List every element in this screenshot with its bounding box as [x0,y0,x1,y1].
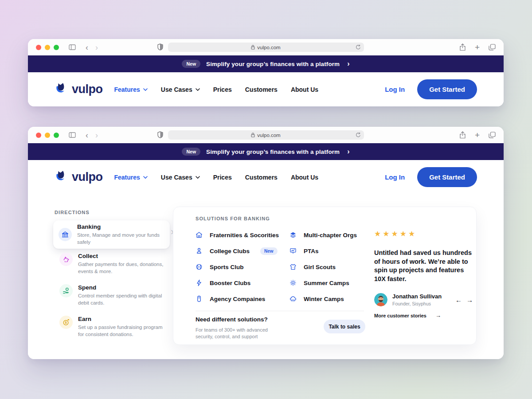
divider [196,311,364,311]
back-button[interactable]: ‹ [86,131,88,139]
nav-links: Features Use Cases Prices Customers Abou… [114,174,319,181]
solution-item-multi-chapter-orgs[interactable]: Multi-chapter Orgs [289,230,357,240]
solution-item-summer-camps[interactable]: Summer Camps [289,278,349,288]
talk-to-sales-button[interactable]: Talk to sales [324,320,365,333]
chevron-down-icon [196,88,200,91]
nav-link-use-cases[interactable]: Use Cases [161,86,200,93]
directions-item-earn[interactable]: $ Earn Set up a passive fundraising prog… [59,316,171,338]
reload-icon[interactable] [356,132,361,138]
mouse-icon [195,295,203,303]
window-controls [36,133,59,138]
prev-arrow-icon[interactable]: ← [455,296,462,304]
star-icon: ★ [374,230,383,238]
nav-link-customers[interactable]: Customers [245,86,278,93]
minimize-window-button[interactable] [45,45,50,50]
shirt-icon [289,263,297,271]
banner-new-badge: New [182,148,200,156]
forward-button[interactable]: › [95,131,98,139]
privacy-shield-icon[interactable] [157,131,163,138]
solution-item-college-clubs[interactable]: College Clubs New [195,246,278,256]
solution-item-sports-club[interactable]: Sports Club [195,262,244,272]
share-icon[interactable] [459,131,466,139]
nav-link-about-us[interactable]: About Us [291,86,318,93]
fox-logo-icon [55,170,68,184]
log-in-link[interactable]: Log In [385,173,405,181]
minimize-window-button[interactable] [45,133,50,138]
nav-links: Features Use Cases Prices Customers Abou… [114,86,319,93]
author-role: Founder, Sisyphus [392,301,442,306]
logo-wordmark: vulpo [72,170,103,184]
solution-item-agency-companies[interactable]: Agency Compaines [195,294,265,304]
solution-item-fraternities[interactable]: Fraternities & Socorities [195,230,279,240]
nav-link-features[interactable]: Features [114,86,148,93]
solutions-footer-subtitle: For teams of 300+ with advanced security… [196,327,284,340]
site-header: vulpo Features Use Cases Prices Customer… [28,72,504,106]
announcement-banner[interactable]: New Simplify your group’s finances with … [28,143,504,160]
privacy-shield-icon[interactable] [157,43,163,51]
direction-title: Spend [78,284,167,291]
url-text: vulpo.com [257,45,280,50]
vulpo-logo[interactable]: vulpo [55,170,103,184]
vulpo-logo[interactable]: vulpo [55,82,103,96]
direction-description: Gather payments for dues, donations, eve… [78,261,167,275]
nav-link-about-us[interactable]: About Us [291,174,318,181]
solutions-footer-title: Need different solutions? [196,316,268,323]
close-window-button[interactable] [36,133,41,138]
piggy-bank-icon [59,253,73,266]
solution-item-girl-scouts[interactable]: Girl Scouts [289,262,336,272]
logo-wordmark: vulpo [72,82,103,96]
reload-icon[interactable] [356,44,361,50]
back-button[interactable]: ‹ [86,43,88,51]
share-icon[interactable] [459,43,466,51]
address-bar[interactable]: vulpo.com [168,130,364,140]
direction-description: Set up a passive fundraising program for… [78,324,167,338]
direction-title: Banking [77,223,166,230]
chevron-down-icon [143,176,148,179]
nav-link-prices[interactable]: Prices [213,86,232,93]
directions-item-banking[interactable]: Banking Store, Manage and move your fund… [53,220,170,249]
browser-window-expanded: ‹ › vulpo.com + New Simplify your group’… [28,127,504,359]
solution-item-winter-camps[interactable]: Winter Camps [289,294,344,304]
nav-link-prices[interactable]: Prices [213,174,232,181]
new-tab-icon[interactable]: + [475,43,480,51]
forward-button[interactable]: › [95,43,98,51]
directions-item-collect[interactable]: Collect Gather payments for dues, donati… [59,253,171,275]
chevron-down-icon [196,176,200,179]
house-icon [195,231,203,239]
features-mega-menu: DIRECTIONS Banking Store, Manage and mov… [28,194,504,359]
star-icon: ★ [391,230,400,238]
address-bar[interactable]: vulpo.com [168,43,364,52]
log-in-link[interactable]: Log In [385,86,405,93]
get-started-button[interactable]: Get Started [417,79,477,99]
direction-title: Collect [78,253,167,259]
next-arrow-icon[interactable]: → [466,296,473,304]
nav-actions: Log In Get Started [385,167,477,187]
solution-item-ptas[interactable]: PTAs [289,246,319,256]
fullscreen-window-button[interactable] [54,45,59,50]
solution-item-booster-clubs[interactable]: Booster Clubs [195,278,250,288]
nav-link-customers[interactable]: Customers [245,174,278,181]
sidebar-toggle-icon[interactable] [69,44,76,50]
fox-logo-icon [55,82,68,96]
banner-chevron-icon[interactable]: › [347,148,349,156]
arrow-right-icon: → [435,312,441,319]
banner-chevron-icon[interactable]: › [347,60,349,68]
tab-overview-icon[interactable] [489,44,496,51]
close-window-button[interactable] [36,45,41,50]
layers-icon [289,231,297,239]
nav-link-features[interactable]: Features [114,174,148,181]
testimonial-nav: ← → [455,296,473,304]
url-text: vulpo.com [257,133,280,138]
snow-cloud-icon [289,295,297,303]
directions-item-spend[interactable]: Spend Control member spending with digit… [59,284,171,306]
fullscreen-window-button[interactable] [54,133,59,138]
new-tab-icon[interactable]: + [475,131,480,139]
nav-link-use-cases[interactable]: Use Cases [161,174,200,181]
more-customer-stories-link[interactable]: More customer stories → [374,312,441,319]
get-started-button[interactable]: Get Started [417,167,477,187]
browser-toolbar: ‹ › vulpo.com + [28,39,504,55]
tab-overview-icon[interactable] [489,132,496,138]
announcement-banner[interactable]: New Simplify your group’s finances with … [28,55,504,72]
chevron-down-icon [143,88,148,91]
sidebar-toggle-icon[interactable] [69,132,76,138]
